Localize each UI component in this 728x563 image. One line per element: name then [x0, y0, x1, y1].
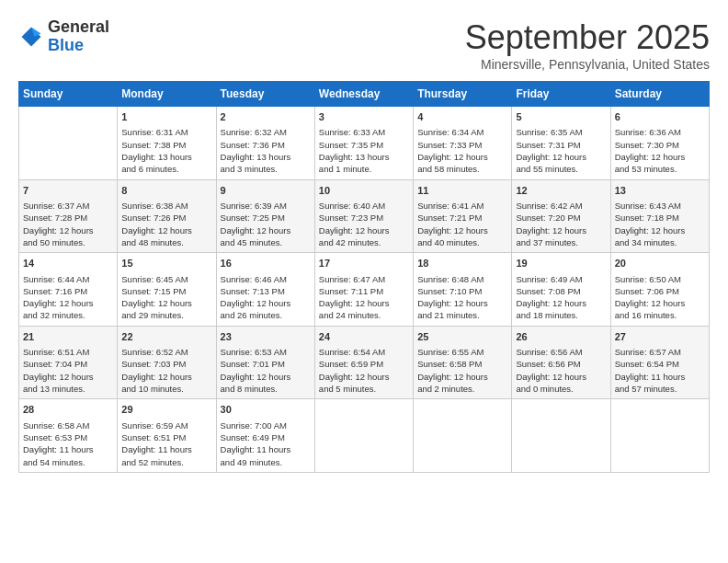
- day-info: and 32 minutes.: [23, 309, 113, 321]
- day-info: Sunrise: 6:54 AM: [319, 346, 409, 358]
- calendar-cell: 16Sunrise: 6:46 AMSunset: 7:13 PMDayligh…: [216, 253, 314, 327]
- day-info: Daylight: 12 hours: [417, 151, 507, 163]
- day-info: and 16 minutes.: [615, 309, 705, 321]
- weekday-header: Sunday: [19, 82, 118, 107]
- day-number: 11: [417, 184, 507, 198]
- calendar-cell: 18Sunrise: 6:48 AMSunset: 7:10 PMDayligh…: [414, 253, 512, 327]
- day-info: Daylight: 12 hours: [516, 224, 606, 236]
- day-info: Sunset: 6:51 PM: [121, 431, 211, 443]
- calendar-cell: 14Sunrise: 6:44 AMSunset: 7:16 PMDayligh…: [19, 253, 118, 327]
- day-info: Daylight: 12 hours: [319, 371, 409, 383]
- day-info: and 21 minutes.: [417, 309, 507, 321]
- day-info: Sunset: 7:25 PM: [221, 212, 311, 224]
- day-info: Sunrise: 6:34 AM: [417, 126, 507, 138]
- day-info: Daylight: 12 hours: [516, 371, 606, 383]
- day-info: and 13 minutes.: [23, 383, 113, 395]
- day-info: Sunrise: 6:46 AM: [221, 273, 311, 285]
- day-info: Sunset: 7:11 PM: [319, 285, 409, 297]
- calendar-cell: 25Sunrise: 6:55 AMSunset: 6:58 PMDayligh…: [414, 326, 512, 399]
- day-info: and 3 minutes.: [221, 163, 311, 175]
- day-info: Daylight: 12 hours: [121, 297, 211, 309]
- day-info: Sunset: 7:21 PM: [417, 212, 507, 224]
- day-number: 2: [221, 110, 311, 124]
- day-number: 22: [121, 330, 211, 344]
- day-info: Sunrise: 6:35 AM: [516, 126, 606, 138]
- day-info: Sunset: 7:31 PM: [516, 139, 606, 151]
- page-header: General Blue September 2025 Minersville,…: [18, 18, 710, 72]
- day-info: Sunset: 7:23 PM: [319, 212, 409, 224]
- day-number: 3: [319, 110, 409, 124]
- calendar-cell: 30Sunrise: 7:00 AMSunset: 6:49 PMDayligh…: [216, 399, 314, 473]
- day-info: and 6 minutes.: [121, 163, 211, 175]
- day-info: Sunrise: 6:37 AM: [23, 200, 113, 212]
- day-info: Sunset: 7:28 PM: [23, 212, 113, 224]
- calendar-cell: 11Sunrise: 6:41 AMSunset: 7:21 PMDayligh…: [414, 179, 512, 253]
- day-number: 7: [23, 184, 113, 198]
- day-info: Sunset: 6:49 PM: [221, 431, 311, 443]
- day-info: Sunrise: 6:33 AM: [319, 126, 409, 138]
- calendar-table: SundayMondayTuesdayWednesdayThursdayFrid…: [18, 81, 710, 473]
- day-info: and 42 minutes.: [319, 236, 409, 248]
- title-block: September 2025 Minersville, Pennsylvania…: [465, 18, 710, 72]
- day-info: Sunrise: 6:48 AM: [417, 273, 507, 285]
- day-info: Sunrise: 6:59 AM: [121, 419, 211, 431]
- day-info: Daylight: 12 hours: [23, 224, 113, 236]
- day-number: 25: [417, 330, 507, 344]
- day-info: Sunrise: 6:39 AM: [221, 200, 311, 212]
- day-info: Sunrise: 6:40 AM: [319, 200, 409, 212]
- day-info: and 2 minutes.: [417, 383, 507, 395]
- day-info: Daylight: 12 hours: [319, 297, 409, 309]
- day-info: Sunset: 7:33 PM: [417, 139, 507, 151]
- day-info: and 1 minute.: [319, 163, 409, 175]
- day-number: 23: [221, 330, 311, 344]
- calendar-cell: 21Sunrise: 6:51 AMSunset: 7:04 PMDayligh…: [19, 326, 118, 399]
- day-info: Sunrise: 6:52 AM: [121, 346, 211, 358]
- day-info: and 49 minutes.: [221, 456, 311, 468]
- day-info: Sunset: 7:15 PM: [121, 285, 211, 297]
- calendar-cell: 1Sunrise: 6:31 AMSunset: 7:38 PMDaylight…: [118, 107, 216, 180]
- day-info: Daylight: 13 hours: [221, 151, 311, 163]
- day-info: Sunset: 7:36 PM: [221, 139, 311, 151]
- calendar-cell: 15Sunrise: 6:45 AMSunset: 7:15 PMDayligh…: [118, 253, 216, 327]
- calendar-cell: 5Sunrise: 6:35 AMSunset: 7:31 PMDaylight…: [512, 107, 610, 180]
- day-info: and 53 minutes.: [615, 163, 705, 175]
- calendar-cell: 17Sunrise: 6:47 AMSunset: 7:11 PMDayligh…: [314, 253, 413, 327]
- calendar-cell: [610, 399, 709, 473]
- day-info: Daylight: 11 hours: [221, 443, 311, 455]
- weekday-header: Wednesday: [314, 82, 413, 107]
- calendar-cell: 22Sunrise: 6:52 AMSunset: 7:03 PMDayligh…: [118, 326, 216, 399]
- day-info: Daylight: 13 hours: [319, 151, 409, 163]
- day-info: Sunset: 7:30 PM: [615, 139, 705, 151]
- day-info: and 57 minutes.: [615, 383, 705, 395]
- calendar-cell: 26Sunrise: 6:56 AMSunset: 6:56 PMDayligh…: [512, 326, 610, 399]
- day-info: Sunset: 6:58 PM: [417, 358, 507, 370]
- day-number: 19: [516, 257, 606, 270]
- day-info: Sunrise: 6:36 AM: [615, 126, 705, 138]
- day-info: and 8 minutes.: [221, 383, 311, 395]
- day-info: Sunrise: 6:31 AM: [121, 126, 211, 138]
- calendar-header: SundayMondayTuesdayWednesdayThursdayFrid…: [19, 82, 710, 107]
- day-number: 17: [319, 257, 409, 270]
- day-info: Daylight: 12 hours: [121, 224, 211, 236]
- day-info: Sunset: 7:20 PM: [516, 212, 606, 224]
- day-info: Sunset: 7:35 PM: [319, 139, 409, 151]
- day-info: Sunrise: 6:51 AM: [23, 346, 113, 358]
- day-number: 14: [23, 257, 113, 270]
- day-info: Daylight: 12 hours: [221, 297, 311, 309]
- day-number: 28: [23, 403, 113, 417]
- calendar-cell: 24Sunrise: 6:54 AMSunset: 6:59 PMDayligh…: [314, 326, 413, 399]
- day-info: and 24 minutes.: [319, 309, 409, 321]
- day-number: 29: [121, 403, 211, 417]
- calendar-cell: 7Sunrise: 6:37 AMSunset: 7:28 PMDaylight…: [19, 179, 118, 253]
- logo-icon: [18, 24, 44, 50]
- day-info: and 54 minutes.: [23, 456, 113, 468]
- weekday-header: Thursday: [414, 82, 512, 107]
- calendar-cell: 12Sunrise: 6:42 AMSunset: 7:20 PMDayligh…: [512, 179, 610, 253]
- day-info: Sunrise: 6:57 AM: [615, 346, 705, 358]
- day-info: and 29 minutes.: [121, 309, 211, 321]
- calendar-cell: 27Sunrise: 6:57 AMSunset: 6:54 PMDayligh…: [610, 326, 709, 399]
- day-info: Sunset: 7:13 PM: [221, 285, 311, 297]
- day-info: and 34 minutes.: [615, 236, 705, 248]
- day-info: Daylight: 12 hours: [417, 297, 507, 309]
- day-info: Sunrise: 6:47 AM: [319, 273, 409, 285]
